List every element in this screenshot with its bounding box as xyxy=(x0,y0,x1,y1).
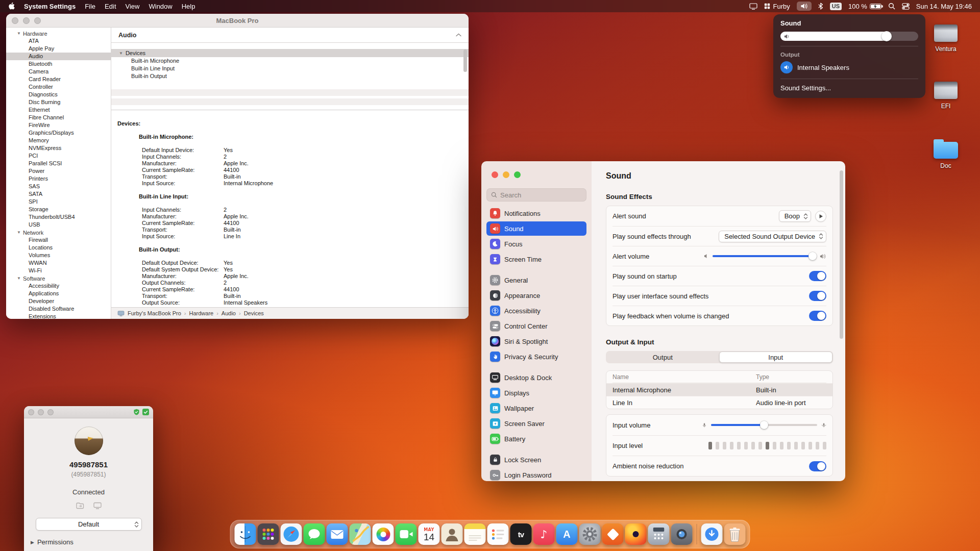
sidebar-item-sound[interactable]: Sound xyxy=(486,221,586,236)
sidebar-item[interactable]: Fibre Channel xyxy=(6,114,111,121)
dock-icon-facetime[interactable] xyxy=(396,523,417,545)
dock-icon-keynote[interactable] xyxy=(602,523,624,545)
sidebar-item-displays[interactable]: Displays xyxy=(486,386,586,400)
disclosure-triangle-icon[interactable]: ▼ xyxy=(17,230,21,235)
sound-settings-link[interactable]: Sound Settings... xyxy=(780,84,918,92)
sidebar-item-screen-time[interactable]: Screen Time xyxy=(486,252,586,266)
sidebar-item-privacy[interactable]: Privacy & Security xyxy=(486,349,586,364)
sidebar-item[interactable]: Audio xyxy=(6,53,111,60)
dock-icon-reminders[interactable] xyxy=(487,523,509,545)
dock-icon-notes[interactable] xyxy=(464,523,486,545)
sidebar-item[interactable]: PCI xyxy=(6,152,111,160)
sidebar-section-network[interactable]: ▼Network xyxy=(6,229,111,236)
play-alert-sound-button[interactable] xyxy=(815,211,826,222)
dock-icon-maps[interactable] xyxy=(350,523,371,545)
sidebar-item-general[interactable]: General xyxy=(486,273,586,287)
dock-icon-firefox[interactable] xyxy=(625,523,647,545)
output-device-row[interactable]: Internal Speakers xyxy=(780,61,918,73)
minimize-button[interactable] xyxy=(23,17,30,24)
sidebar-item[interactable]: Firewall xyxy=(6,236,111,244)
dock-icon-photo-booth[interactable] xyxy=(671,523,693,545)
zoom-button[interactable] xyxy=(34,17,41,24)
remote-session-icon[interactable] xyxy=(749,3,757,10)
sidebar-item-siri[interactable]: Siri & Spotlight xyxy=(486,334,586,348)
scrollbar[interactable] xyxy=(840,170,843,339)
sidebar-item-battery[interactable]: Battery xyxy=(486,432,586,446)
dock-icon-system-settings[interactable] xyxy=(579,523,601,545)
sidebar-item[interactable]: Developer xyxy=(6,297,111,305)
menu-file[interactable]: File xyxy=(85,3,95,10)
window-titlebar[interactable]: MacBook Pro xyxy=(6,14,469,28)
sidebar-item-accessibility[interactable]: Accessibility xyxy=(486,304,586,318)
sidebar-item[interactable]: Volumes xyxy=(6,252,111,259)
sidebar-item[interactable]: Wi-Fi xyxy=(6,267,111,274)
table-scrollbar[interactable] xyxy=(463,49,467,72)
dock-icon-contacts[interactable] xyxy=(442,523,463,545)
dock-icon-calculator[interactable] xyxy=(648,523,670,545)
sidebar-item[interactable]: Disc Burning xyxy=(6,98,111,106)
desktop-icon-efi[interactable]: EFI xyxy=(920,82,971,110)
sidebar-item[interactable]: Graphics/Displays xyxy=(6,129,111,137)
sidebar-item-notifications[interactable]: Notifications xyxy=(486,206,586,220)
tab-output[interactable]: Output xyxy=(606,352,719,363)
file-transfer-icon[interactable] xyxy=(76,502,84,509)
dock-icon-launchpad[interactable] xyxy=(258,523,279,545)
devices-root-row[interactable]: ▼Devices xyxy=(111,49,469,57)
sidebar-item[interactable]: Extensions xyxy=(6,313,111,319)
sidebar-item[interactable]: Power xyxy=(6,167,111,175)
alert-volume-slider[interactable] xyxy=(704,254,826,259)
user-status-item[interactable]: Furby xyxy=(764,3,790,10)
sidebar-item[interactable]: Storage xyxy=(6,206,111,213)
sidebar-section-software[interactable]: ▼Software xyxy=(6,274,111,282)
sidebar-item[interactable]: Bluetooth xyxy=(6,60,111,68)
apple-menu[interactable] xyxy=(8,2,15,10)
volume-feedback-toggle[interactable] xyxy=(809,311,826,321)
sidebar-item[interactable]: SAS xyxy=(6,183,111,190)
sidebar-item-control-center[interactable]: Control Center xyxy=(486,319,586,333)
sidebar-item[interactable]: Disabled Software xyxy=(6,305,111,313)
sidebar-item[interactable]: Accessibility xyxy=(6,282,111,290)
sidebar-item-login-password[interactable]: Login Password xyxy=(486,468,586,481)
disclosure-triangle-icon[interactable]: ▼ xyxy=(17,31,21,36)
active-app-menu[interactable]: System Settings xyxy=(24,3,76,10)
dock-icon-music[interactable] xyxy=(533,523,555,545)
breadcrumb-item[interactable]: Furby's MacBook Pro xyxy=(128,310,181,316)
tab-input[interactable]: Input xyxy=(719,352,833,363)
spotlight-icon[interactable] xyxy=(888,3,895,10)
dock-icon-finder[interactable] xyxy=(235,523,256,545)
sidebar-item-appearance[interactable]: Appearance xyxy=(486,288,586,303)
menu-edit[interactable]: Edit xyxy=(105,3,116,10)
minimize-button[interactable] xyxy=(503,171,509,178)
sidebar-item[interactable]: NVMExpress xyxy=(6,144,111,152)
breadcrumb-item[interactable]: Devices xyxy=(236,310,264,316)
sidebar-item[interactable]: Controller xyxy=(6,83,111,91)
sidebar-item[interactable]: Camera xyxy=(6,68,111,76)
sidebar-item[interactable]: Applications xyxy=(6,290,111,297)
permissions-disclosure[interactable]: ▶ Permissions xyxy=(31,538,153,546)
sidebar-item[interactable]: FireWire xyxy=(6,121,111,129)
slider-knob[interactable] xyxy=(760,421,768,429)
dock-icon-safari[interactable] xyxy=(281,523,302,545)
sidebar-item[interactable]: WWAN xyxy=(6,259,111,267)
remote-control-icon[interactable] xyxy=(93,502,102,509)
sidebar-item[interactable]: SPI xyxy=(6,198,111,206)
sidebar-item-wallpaper[interactable]: Wallpaper xyxy=(486,401,586,415)
sidebar-section-hardware[interactable]: ▼Hardware xyxy=(6,30,111,37)
input-source-badge[interactable]: US xyxy=(830,3,842,10)
desktop-icon-doc[interactable]: Doc xyxy=(920,139,971,169)
dock-icon-app-store[interactable] xyxy=(556,523,578,545)
breadcrumb[interactable]: Furby's MacBook Pro Hardware Audio Devic… xyxy=(128,310,264,316)
sidebar-item[interactable]: SATA xyxy=(6,190,111,198)
dock-icon-photos[interactable] xyxy=(373,523,394,545)
device-row[interactable]: Built-in Microphone xyxy=(111,57,469,65)
profile-dropdown[interactable]: Default xyxy=(36,518,142,531)
menu-view[interactable]: View xyxy=(126,3,140,10)
menu-window[interactable]: Window xyxy=(149,3,172,10)
startup-sound-toggle[interactable] xyxy=(809,271,826,281)
play-through-dropdown[interactable]: Selected Sound Output Device xyxy=(719,231,826,242)
window-titlebar[interactable] xyxy=(24,406,153,418)
table-row[interactable]: Internal Microphone Built-in xyxy=(606,383,832,396)
slider-knob[interactable] xyxy=(808,252,817,260)
ambient-noise-toggle[interactable] xyxy=(809,461,826,471)
close-button[interactable] xyxy=(492,171,498,178)
